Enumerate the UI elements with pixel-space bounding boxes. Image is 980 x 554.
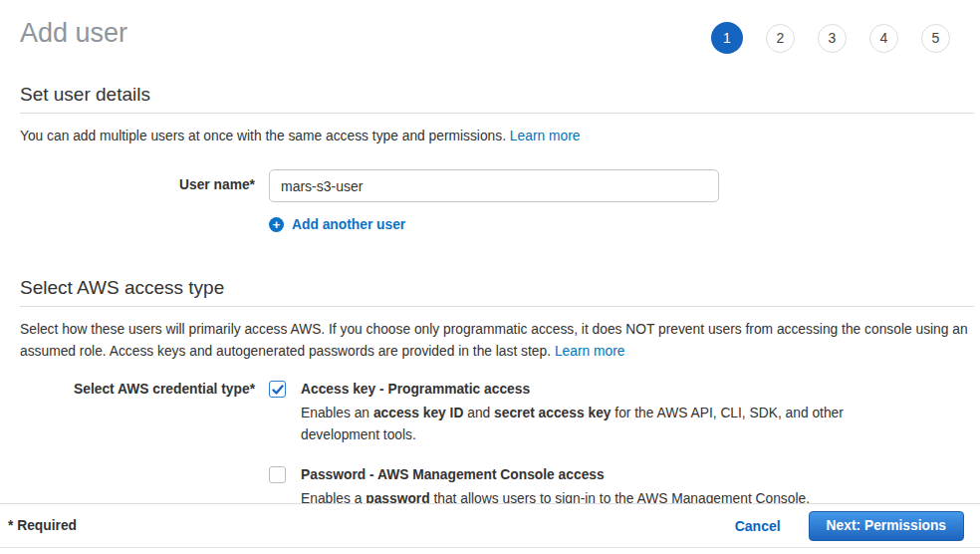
username-label: User name* xyxy=(20,169,269,202)
section-divider xyxy=(20,113,974,114)
learn-more-link-user-details[interactable]: Learn more xyxy=(510,129,581,143)
section-heading-user-details: Set user details xyxy=(20,84,974,106)
option-programmatic-access: Access key - Programmatic access Enables… xyxy=(269,381,855,446)
user-details-description: You can add multiple users at once with … xyxy=(20,126,974,147)
credential-options: Access key - Programmatic access Enables… xyxy=(269,381,855,510)
check-icon xyxy=(272,384,284,396)
step-2: 2 xyxy=(766,24,795,53)
next-permissions-button[interactable]: Next: Permissions xyxy=(809,511,964,541)
credential-type-label: Select AWS credential type* xyxy=(20,381,269,510)
page-header: Add user 1 2 3 4 5 xyxy=(0,0,980,54)
step-3: 3 xyxy=(818,24,847,53)
section-heading-access-type: Select AWS access type xyxy=(20,277,974,299)
page-title: Add user xyxy=(20,16,127,50)
username-input[interactable] xyxy=(269,169,719,202)
required-note: * Required xyxy=(8,518,77,533)
programmatic-access-description: Enables an access key ID and secret acce… xyxy=(301,403,855,446)
plus-icon: + xyxy=(269,217,284,232)
programmatic-access-title[interactable]: Access key - Programmatic access xyxy=(301,381,855,398)
cancel-button[interactable]: Cancel xyxy=(735,518,781,534)
section-set-user-details: Set user details You can add multiple us… xyxy=(0,84,980,232)
console-access-title[interactable]: Password - AWS Management Console access xyxy=(301,466,810,483)
footer-actions: Cancel Next: Permissions xyxy=(735,511,964,541)
step-4: 4 xyxy=(869,24,898,53)
section-access-type: Select AWS access type Select how these … xyxy=(0,277,980,510)
step-5: 5 xyxy=(921,24,950,53)
credential-type-row: Select AWS credential type* Access key -… xyxy=(20,381,974,510)
wizard-footer: * Required Cancel Next: Permissions xyxy=(0,503,980,548)
console-access-checkbox[interactable] xyxy=(269,466,286,483)
add-another-user-link[interactable]: + Add another user xyxy=(269,217,405,232)
section-divider xyxy=(20,306,974,307)
wizard-step-indicator: 1 2 3 4 5 xyxy=(711,22,950,54)
step-1: 1 xyxy=(711,22,743,54)
access-type-description: Select how these users will primarily ac… xyxy=(20,319,974,363)
learn-more-link-access-type[interactable]: Learn more xyxy=(555,344,625,359)
username-row: User name* xyxy=(20,169,974,202)
programmatic-access-checkbox[interactable] xyxy=(269,381,286,398)
add-another-user-label: Add another user xyxy=(292,217,405,232)
